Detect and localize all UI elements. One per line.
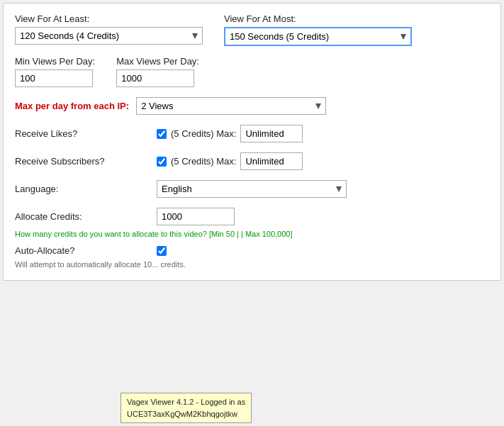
receive-likes-checkbox[interactable]: [157, 129, 167, 139]
min-views-label: Min Views Per Day:: [15, 56, 95, 67]
language-row: Language: Any English Spanish French Ger…: [15, 180, 489, 198]
views-per-day-row: Min Views Per Day: Max Views Per Day:: [15, 56, 489, 87]
view-at-most-label: View For At Most:: [224, 13, 412, 24]
receive-likes-max-input[interactable]: [240, 125, 303, 142]
receive-likes-credits: (5 Credits) Max:: [157, 125, 303, 142]
min-views-group: Min Views Per Day:: [15, 56, 95, 87]
max-views-label: Max Views Per Day:: [116, 56, 199, 67]
receive-likes-label: Receive Likes?: [15, 128, 157, 139]
receive-subscribers-checkbox[interactable]: [157, 157, 167, 167]
form-container: View For At Least: 30 Seconds (1 Credit)…: [3, 3, 501, 281]
allocate-credits-input[interactable]: [157, 208, 235, 225]
max-per-ip-label: Max per day from each IP:: [15, 101, 129, 111]
max-per-ip-row: Max per day from each IP: 1 View 2 Views…: [15, 97, 489, 115]
max-views-group: Max Views Per Day:: [116, 56, 199, 87]
receive-subscribers-credits-label: (5 Credits) Max:: [171, 156, 236, 167]
receive-likes-row: Receive Likes? (5 Credits) Max:: [15, 125, 489, 142]
allocate-credits-row: Allocate Credits:: [15, 208, 489, 225]
receive-subscribers-row: Receive Subscribers? (5 Credits) Max:: [15, 152, 489, 170]
min-views-input[interactable]: [15, 69, 93, 87]
receive-subscribers-max-input[interactable]: [240, 152, 303, 170]
language-select[interactable]: Any English Spanish French German Chines…: [157, 180, 347, 198]
view-at-least-select[interactable]: 30 Seconds (1 Credit) 60 Seconds (2 Cred…: [15, 27, 203, 45]
tooltip-line2: UCE3T3axKgQwM2Kbhqgojtkw: [127, 410, 237, 418]
auto-allocate-note: Will attempt to automatically allocate 1…: [15, 260, 489, 269]
allocate-hint: How many credits do you want to allocate…: [15, 230, 489, 238]
auto-allocate-row: Auto-Allocate?: [15, 245, 489, 256]
allocate-credits-label: Allocate Credits:: [15, 211, 157, 222]
receive-likes-credits-label: (5 Credits) Max:: [171, 128, 236, 139]
view-at-most-group: View For At Most: 60 Seconds (2 Credits)…: [224, 13, 412, 46]
receive-subscribers-label: Receive Subscribers?: [15, 156, 157, 167]
max-per-ip-select[interactable]: 1 View 2 Views 3 Views 4 Views 5 Views: [136, 97, 326, 115]
auto-allocate-checkbox[interactable]: [157, 246, 167, 256]
view-at-least-label: View For At Least:: [15, 13, 203, 24]
receive-subscribers-credits: (5 Credits) Max:: [157, 152, 303, 170]
view-at-least-group: View For At Least: 30 Seconds (1 Credit)…: [15, 13, 203, 45]
view-at-most-select[interactable]: 60 Seconds (2 Credits) 90 Seconds (3 Cre…: [224, 27, 412, 46]
tooltip-popup: Vagex Viewer 4.1.2 - Logged in as UCE3T3…: [121, 393, 252, 423]
auto-allocate-label: Auto-Allocate?: [15, 245, 157, 256]
language-label: Language:: [15, 184, 157, 194]
view-duration-row: View For At Least: 30 Seconds (1 Credit)…: [15, 13, 489, 46]
max-views-input[interactable]: [116, 69, 194, 87]
tooltip-line1: Vagex Viewer 4.1.2 - Logged in as: [127, 398, 245, 406]
